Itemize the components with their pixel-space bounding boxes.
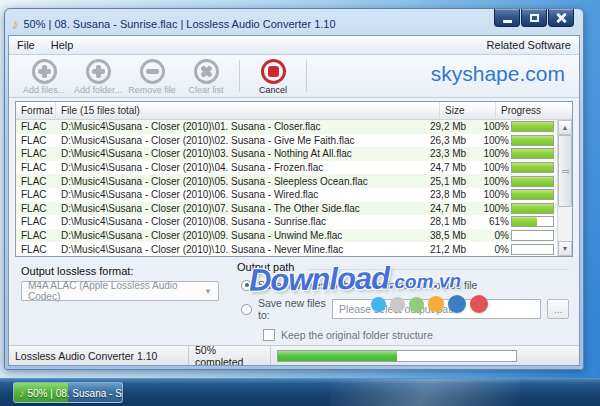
cell-format: FLAC [16, 189, 56, 200]
taskbar-app-button[interactable]: ♪ 50% | 08. Susana - Su... [13, 382, 123, 403]
minus-circle-icon [140, 59, 165, 84]
cell-size: 24,7 Mb [425, 162, 481, 173]
progress-bar-fill [512, 177, 553, 186]
progress-percent: 61% [481, 216, 509, 227]
clear-list-button[interactable]: Clear list [179, 57, 233, 97]
table-row[interactable]: FLAC D:\Music4\Susana - Closer (2010)\10… [16, 242, 557, 256]
progress-bar [511, 189, 554, 200]
scroll-down-arrow-icon[interactable]: ▼ [558, 241, 572, 256]
file-list: Format File (15 files total) Size Progre… [15, 101, 573, 257]
table-row[interactable]: FLAC D:\Music4\Susana - Closer (2010)\03… [16, 147, 557, 161]
cell-file: D:\Music4\Susana - Closer (2010)\09. Sus… [56, 230, 425, 241]
cell-size: 29,2 Mb [425, 121, 481, 132]
keep-structure-checkbox[interactable] [263, 329, 275, 341]
table-row[interactable]: FLAC D:\Music4\Susana - Closer (2010)\06… [16, 188, 557, 202]
table-row[interactable]: FLAC D:\Music4\Susana - Closer (2010)\02… [16, 134, 557, 148]
progress-bar [511, 162, 554, 173]
progress-bar-fill [512, 149, 553, 158]
progress-bar-fill [512, 122, 553, 131]
table-row[interactable]: FLAC D:\Music4\Susana - Closer (2010)\08… [16, 215, 557, 229]
remove-file-button[interactable]: Remove file [125, 57, 179, 97]
output-format-dropdown[interactable]: M4A ALAC (Apple Lossless Audio Codec) ▼ [21, 281, 219, 301]
progress-percent: 0% [481, 244, 509, 255]
progress-percent: 100% [481, 189, 509, 200]
clear-list-label: Clear list [188, 85, 223, 95]
groupbox-line [307, 269, 569, 270]
column-header-progress[interactable]: Progress [496, 102, 557, 119]
cell-size: 21,2 Mb [425, 244, 481, 255]
progress-percent: 100% [481, 162, 509, 173]
column-header-size[interactable]: Size [440, 102, 496, 119]
output-format-label: Output lossless format: [21, 265, 134, 277]
cell-file: D:\Music4\Susana - Closer (2010)\04. Sus… [56, 162, 425, 173]
remove-file-label: Remove file [128, 85, 176, 95]
maximize-button[interactable] [521, 9, 547, 27]
cell-size: 38,5 Mb [425, 230, 481, 241]
table-row[interactable]: FLAC D:\Music4\Susana - Closer (2010)\04… [16, 161, 557, 175]
cell-progress: 100% [481, 176, 557, 187]
column-header-file[interactable]: File (15 files total) [56, 102, 440, 119]
status-progress-text: 50% completed [189, 346, 271, 365]
taskbar-button-label: 50% | 08. Susana - Su... [28, 388, 124, 399]
cell-format: FLAC [16, 244, 56, 255]
scroll-up-arrow-icon[interactable]: ▲ [558, 120, 572, 135]
plus-circle-icon [86, 59, 111, 84]
chevron-down-icon: ▼ [204, 287, 212, 296]
window-title: 50% | 08. Susana - Sunrise.flac | Lossle… [24, 18, 336, 30]
scrollbar-track[interactable] [558, 135, 572, 241]
keep-structure-option[interactable]: Keep the original folder structure [263, 329, 569, 341]
add-files-label: Add files... [23, 85, 65, 95]
minimize-button[interactable] [494, 9, 520, 27]
cell-progress: 100% [481, 121, 557, 132]
keep-structure-label: Keep the original folder structure [281, 329, 433, 341]
window-client-area: File Help Related Software Add files... … [8, 35, 580, 366]
menu-file[interactable]: File [9, 37, 43, 53]
file-table-body: FLAC D:\Music4\Susana - Closer (2010)\01… [16, 120, 557, 256]
cell-file: D:\Music4\Susana - Closer (2010)\05. Sus… [56, 176, 425, 187]
status-bar: Lossless Audio Converter 1.10 50% comple… [9, 345, 579, 365]
table-row[interactable]: FLAC D:\Music4\Susana - Closer (2010)\05… [16, 174, 557, 188]
table-row[interactable]: FLAC D:\Music4\Susana - Closer (2010)\01… [16, 120, 557, 134]
save-to-option[interactable]: Save new files to: Please select output … [241, 297, 569, 321]
cell-size: 26,3 Mb [425, 135, 481, 146]
cell-file: D:\Music4\Susana - Closer (2010)\06. Sus… [56, 189, 425, 200]
cell-file: D:\Music4\Susana - Closer (2010)\08. Sus… [56, 216, 425, 227]
add-folder-button[interactable]: Add folder... [71, 57, 125, 97]
menu-help[interactable]: Help [43, 37, 82, 53]
progress-bar [511, 176, 554, 187]
table-row[interactable]: FLAC D:\Music4\Susana - Closer (2010)\09… [16, 229, 557, 243]
cell-progress: 0% [481, 244, 557, 255]
save-to-label: Save new files to: [258, 297, 326, 321]
progress-bar [511, 135, 554, 146]
progress-bar-fill [512, 190, 553, 199]
table-row[interactable]: FLAC D:\Music4\Susana - Closer (2010)\07… [16, 202, 557, 216]
progress-bar-fill [512, 204, 553, 213]
file-list-header: Format File (15 files total) Size Progre… [16, 102, 572, 120]
menu-related-software[interactable]: Related Software [479, 37, 579, 53]
radio-save-to[interactable] [241, 304, 252, 315]
cell-file: D:\Music4\Susana - Closer (2010)\02. Sus… [56, 135, 425, 146]
scrollbar-thumb[interactable] [558, 135, 572, 207]
cancel-button[interactable]: Cancel [246, 57, 300, 97]
cell-progress: 100% [481, 135, 557, 146]
same-folder-option[interactable]: Save new files to the same folder as sou… [241, 279, 569, 291]
cell-format: FLAC [16, 148, 56, 159]
add-files-button[interactable]: Add files... [17, 57, 71, 97]
close-button[interactable] [548, 9, 574, 27]
title-bar[interactable]: ♪ 50% | 08. Susana - Sunrise.flac | Loss… [8, 12, 580, 35]
close-icon [556, 13, 566, 23]
radio-same-folder[interactable] [241, 280, 252, 291]
window-controls [494, 9, 574, 27]
output-path-input[interactable]: Please select output path [332, 299, 541, 319]
music-note-icon: ♪ [12, 16, 19, 31]
vertical-scrollbar[interactable]: ▲ ▼ [557, 120, 572, 256]
cell-progress: 61% [481, 216, 557, 227]
browse-button[interactable]: ... [547, 299, 569, 319]
cell-progress: 100% [481, 203, 557, 214]
column-header-format[interactable]: Format [16, 102, 56, 119]
x-circle-icon [194, 59, 219, 84]
taskbar-glare [330, 379, 520, 406]
toolbar-separator [306, 60, 307, 92]
cancel-label: Cancel [259, 85, 287, 95]
cell-file: D:\Music4\Susana - Closer (2010)\07. Sus… [56, 203, 425, 214]
